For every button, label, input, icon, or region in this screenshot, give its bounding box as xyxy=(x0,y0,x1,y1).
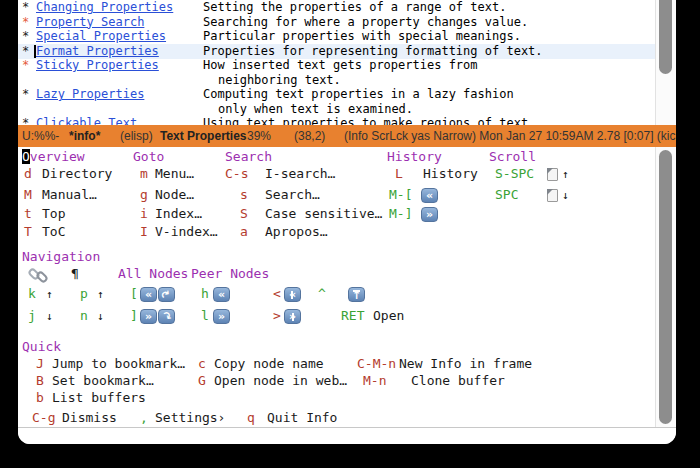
key-search[interactable]: s xyxy=(240,187,248,203)
modeline-right-status: (Info ScrLck yas Narrow) Mon Jan 27 10:5… xyxy=(344,129,676,143)
key-history-forward[interactable]: M-] xyxy=(389,206,412,222)
block-cursor: O xyxy=(22,149,30,164)
label-new-info-frame[interactable]: New Info in frame xyxy=(399,356,532,372)
key-scroll-up[interactable]: S-SPC xyxy=(495,166,534,182)
label-set-bookmark[interactable]: Set bookmark… xyxy=(52,373,154,389)
key-history-back[interactable]: M-[ xyxy=(389,187,412,203)
key-new-info-frame[interactable]: C-M-n xyxy=(357,356,396,372)
key-list-buffers[interactable]: b xyxy=(36,390,44,406)
label-index[interactable]: Index… xyxy=(155,206,202,222)
up-node-icon: ↑ xyxy=(348,287,365,302)
key-vindex[interactable]: I xyxy=(140,224,148,240)
key-index[interactable]: i xyxy=(140,206,148,222)
up-arrow: ↑ xyxy=(46,287,53,303)
text-cursor xyxy=(34,45,36,58)
label-case-sensitive[interactable]: Case sensitive… xyxy=(265,206,382,222)
label-menu[interactable]: Menu… xyxy=(155,166,194,182)
key-quit-info[interactable]: q xyxy=(247,410,255,426)
label-history[interactable]: History xyxy=(423,166,478,182)
label-jump-bookmark[interactable]: Jump to bookmark… xyxy=(52,356,185,372)
key-next-node[interactable]: n xyxy=(80,308,88,324)
key-dismiss[interactable]: C-g xyxy=(32,410,55,426)
scrollbar-thumb-lower[interactable] xyxy=(659,150,672,424)
menu-description: Properties for representing formatting o… xyxy=(203,44,543,59)
subheader-peer-nodes: Peer Nodes xyxy=(191,266,269,282)
label-directory[interactable]: Directory xyxy=(42,166,112,182)
scrollbar-thumb-upper[interactable] xyxy=(659,0,672,74)
rewind-icon: « xyxy=(140,287,157,302)
key-copy-node-name[interactable]: c xyxy=(198,356,206,372)
rewind-icon: « xyxy=(213,287,230,302)
key-menu[interactable]: m xyxy=(140,166,148,182)
label-clone-buffer[interactable]: Clone buffer xyxy=(411,373,505,389)
key-apropos[interactable]: a xyxy=(240,224,248,240)
menu-row-current: * Format Properties Properties for repre… xyxy=(18,44,655,59)
info-link[interactable]: Property Search xyxy=(36,15,144,30)
key-up-node[interactable]: ^ xyxy=(318,286,326,302)
section-header-search: Search xyxy=(225,149,272,165)
skip-back-icon: « xyxy=(284,287,301,302)
section-header-navigation: Navigation xyxy=(22,249,100,265)
label-list-buffers[interactable]: List buffers xyxy=(52,390,146,406)
key-node[interactable]: g xyxy=(140,187,148,203)
key-prev-line[interactable]: k xyxy=(28,286,36,302)
label-node[interactable]: Node… xyxy=(155,187,194,203)
key-set-bookmark[interactable]: B xyxy=(36,373,44,389)
label-quit-info[interactable]: Quit Info xyxy=(267,410,337,426)
curve-up-icon: ↷ xyxy=(158,287,175,302)
label-manual[interactable]: Manual… xyxy=(42,187,97,203)
key-first-node[interactable]: < xyxy=(273,286,281,302)
key-directory[interactable]: d xyxy=(24,166,32,182)
key-history[interactable]: L xyxy=(395,166,403,182)
key-next-line[interactable]: j xyxy=(28,308,36,324)
emacs-frame: * Changing Properties Setting the proper… xyxy=(18,0,676,444)
menu-description: Setting the properties of a range of tex… xyxy=(203,0,506,15)
skip-forward-icon: » xyxy=(284,309,301,324)
label-open-node-web[interactable]: Open node in web… xyxy=(214,373,347,389)
key-manual[interactable]: M xyxy=(24,187,32,203)
screenshot-root: { "colors": { "modeline_bg": "#e8812f", … xyxy=(0,0,700,468)
label-settings[interactable]: Settings› xyxy=(155,410,225,426)
label-toc[interactable]: ToC xyxy=(42,224,65,240)
key-jump-bookmark[interactable]: J xyxy=(36,356,44,372)
info-link[interactable]: Sticky Properties xyxy=(36,58,159,73)
info-link[interactable]: Changing Properties xyxy=(36,0,173,15)
label-isearch[interactable]: I-search… xyxy=(265,166,335,182)
menu-description: Particular properties with special meani… xyxy=(203,29,521,44)
label-dismiss[interactable]: Dismiss xyxy=(62,410,117,426)
info-link[interactable]: Format Properties xyxy=(36,44,159,59)
menu-row-continuation: only when text is examined. xyxy=(18,102,655,117)
info-link[interactable]: Special Properties xyxy=(36,29,166,44)
key-history-fwd-l[interactable]: l xyxy=(201,308,209,324)
page-down-icon xyxy=(547,189,558,202)
up-arrow: ↑ xyxy=(97,287,104,303)
label-copy-node-name[interactable]: Copy node name xyxy=(214,356,324,372)
label-open[interactable]: Open xyxy=(373,308,404,324)
key-top[interactable]: t xyxy=(24,206,32,222)
menu-row: * Special Properties Particular properti… xyxy=(18,29,655,44)
key-clone-buffer[interactable]: M-n xyxy=(363,373,386,389)
key-last-node[interactable]: > xyxy=(273,308,281,324)
key-forward-node[interactable]: ] xyxy=(130,308,138,324)
key-settings[interactable]: , xyxy=(140,410,148,426)
label-vindex[interactable]: V-index… xyxy=(155,224,218,240)
label-search[interactable]: Search… xyxy=(265,187,320,203)
key-scroll-down[interactable]: SPC xyxy=(495,187,518,203)
key-toc[interactable]: T xyxy=(24,224,32,240)
fast-forward-icon: » xyxy=(421,207,438,222)
key-case-sensitive[interactable]: S xyxy=(240,206,248,222)
modeline-percent: 39% xyxy=(247,129,271,143)
info-buffer-pane: * Changing Properties Setting the proper… xyxy=(18,0,655,125)
label-top[interactable]: Top xyxy=(42,206,65,222)
key-history-back-h[interactable]: h xyxy=(201,286,209,302)
key-ret-open[interactable]: RET xyxy=(341,308,364,324)
label-apropos[interactable]: Apropos… xyxy=(265,224,328,240)
subheader-all-nodes: All Nodes xyxy=(118,266,188,282)
key-backward-node[interactable]: [ xyxy=(130,286,138,302)
info-link[interactable]: Lazy Properties xyxy=(36,87,144,102)
key-prev-node[interactable]: p xyxy=(80,286,88,302)
key-isearch[interactable]: C-s xyxy=(225,166,248,182)
scroll-down-arrow: ↓ xyxy=(562,188,569,204)
modeline-node-name: Text Properties xyxy=(160,129,246,143)
key-open-node-web[interactable]: G xyxy=(198,373,206,389)
